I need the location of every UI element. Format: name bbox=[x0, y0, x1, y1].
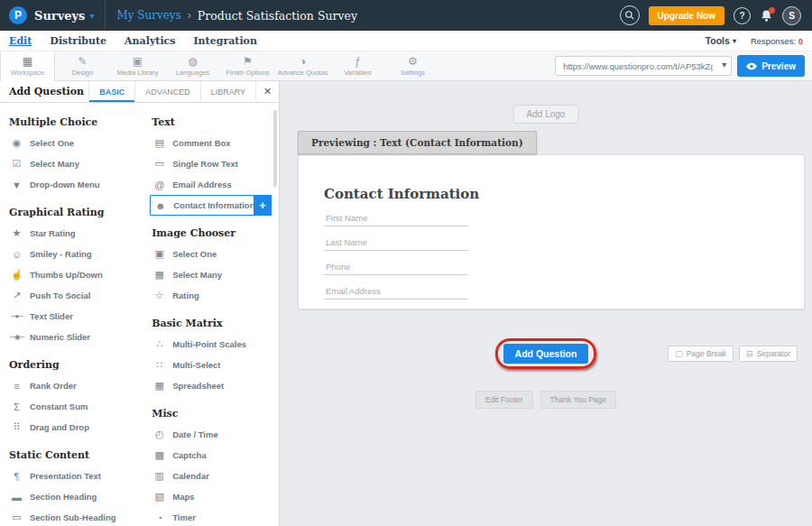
qtype-thumbs-up-down[interactable]: ☝ Thumbs Up/Down bbox=[7, 264, 150, 285]
qtype-image-select-many[interactable]: ▦ Select Many bbox=[150, 264, 272, 285]
phone-field[interactable] bbox=[324, 256, 468, 275]
qtype-constant-sum[interactable]: Σ Constant Sum bbox=[7, 396, 150, 417]
radio-icon: ◉ bbox=[10, 137, 23, 149]
single-row-icon: ▭ bbox=[152, 158, 166, 170]
qtype-label: Push To Social bbox=[30, 291, 90, 300]
upgrade-now-button[interactable]: Upgrade Now bbox=[649, 6, 724, 25]
qtype-calendar[interactable]: ▥ Calendar bbox=[150, 466, 272, 486]
toolbar-variables[interactable]: ƒ Variables bbox=[330, 51, 385, 81]
map-icon: ▧ bbox=[152, 491, 166, 503]
eye-icon bbox=[746, 62, 757, 70]
separator-button[interactable]: ⊟ Separator bbox=[739, 346, 798, 362]
qtype-section-heading[interactable]: ▬ Section Heading bbox=[7, 486, 150, 507]
toolbar-workspace[interactable]: ▦ Workspace bbox=[0, 51, 55, 81]
qtype-single-row-text[interactable]: ▭ Single Row Text bbox=[150, 153, 272, 174]
qtype-maps[interactable]: ▧ Maps bbox=[150, 486, 272, 507]
qtype-star-rating[interactable]: ★ Star Rating bbox=[7, 223, 150, 244]
survey-url-input[interactable] bbox=[555, 56, 732, 76]
search-button[interactable] bbox=[620, 5, 640, 25]
settings-gear-icon: ⚙ bbox=[408, 56, 418, 67]
qtype-numeric-slider[interactable]: ─◉─ Numeric Slider bbox=[7, 327, 150, 347]
qtype-contact-information-selected[interactable]: ☻ Contact Information + bbox=[150, 195, 272, 216]
qtype-drag-and-drop[interactable]: ⠿ Drag and Drop bbox=[7, 417, 150, 438]
toolbar-finish-options[interactable]: ⚑ Finish Options bbox=[220, 51, 275, 81]
qtype-select-many[interactable]: ☑ Select Many bbox=[7, 153, 150, 174]
add-contact-information-button[interactable]: + bbox=[254, 195, 272, 216]
sub-heading-icon: ▭ bbox=[10, 512, 23, 523]
breadcrumb-my-surveys[interactable]: My Surveys bbox=[116, 9, 180, 22]
user-avatar[interactable]: S bbox=[782, 6, 801, 25]
close-panel-button[interactable]: ✕ bbox=[255, 81, 279, 102]
notifications-button[interactable] bbox=[760, 9, 773, 23]
tab-distribute[interactable]: Distribute bbox=[41, 35, 115, 47]
qtype-label: Select One bbox=[30, 138, 74, 148]
toolbar-settings[interactable]: ⚙ Settings bbox=[385, 51, 440, 81]
toolbar-media-library[interactable]: ▣ Media Library bbox=[110, 51, 165, 81]
toolbar-languages[interactable]: ◍ Languages bbox=[165, 51, 220, 81]
responses-link[interactable]: Responses: 0 bbox=[751, 36, 803, 46]
tab-edit[interactable]: Edit bbox=[0, 35, 41, 47]
qtype-label: Timer bbox=[172, 512, 196, 522]
qtype-text-slider[interactable]: ─●─ Text Slider bbox=[7, 306, 150, 327]
tab-advanced[interactable]: ADVANCED bbox=[134, 81, 199, 102]
design-pen-icon: ✎ bbox=[78, 56, 87, 67]
qtype-label: Calendar bbox=[172, 471, 209, 481]
toolbar-label: Advance Quotas bbox=[278, 69, 328, 77]
qtype-email-address[interactable]: @ Email Address bbox=[150, 174, 272, 195]
qtype-label: Select Many bbox=[172, 270, 222, 280]
toolbar-label: Variables bbox=[344, 69, 372, 77]
toolbar-advance-quotas[interactable]: ◑ Advance Quotas bbox=[275, 51, 330, 81]
qtype-rank-order[interactable]: ≡ Rank Order bbox=[7, 375, 150, 396]
qtype-section-sub-heading[interactable]: ▭ Section Sub-Heading bbox=[7, 507, 150, 526]
qtype-image-rating[interactable]: ☆ Rating bbox=[150, 285, 272, 306]
thank-you-page-button[interactable]: Thank You Page bbox=[540, 391, 616, 409]
url-options-caret-icon[interactable]: ▾ bbox=[722, 60, 726, 69]
qtype-date-time[interactable]: ◴ Date / Time bbox=[150, 424, 272, 445]
qtype-push-to-social[interactable]: ↗ Push To Social bbox=[7, 285, 150, 306]
breadcrumb-separator: › bbox=[188, 9, 191, 22]
breadcrumb-current-survey: Product Satisfaction Survey bbox=[198, 9, 357, 23]
tab-library[interactable]: LIBRARY bbox=[200, 81, 255, 102]
qtype-label: Select One bbox=[172, 249, 217, 259]
edit-footer-button[interactable]: Edit Footer bbox=[475, 391, 533, 409]
qtype-spreadsheet[interactable]: ▦ Spreadsheet bbox=[150, 375, 272, 396]
qtype-dropdown-menu[interactable]: ▼ Drop-down Menu bbox=[7, 174, 150, 195]
comment-box-icon: ▤ bbox=[152, 137, 166, 149]
at-sign-icon: @ bbox=[152, 180, 166, 190]
qtype-select-one[interactable]: ◉ Select One bbox=[7, 133, 150, 153]
checkbox-icon: ☑ bbox=[10, 158, 23, 170]
smiley-icon: ☺ bbox=[10, 249, 23, 260]
sidebar-scrollbar[interactable] bbox=[273, 110, 277, 187]
qtype-timer[interactable]: ◔ Timer bbox=[150, 507, 272, 526]
qtype-captcha[interactable]: ▩ Captcha bbox=[150, 445, 272, 466]
toolbar-design[interactable]: ✎ Design bbox=[55, 51, 110, 81]
email-address-field[interactable] bbox=[324, 281, 468, 300]
help-button[interactable]: ? bbox=[734, 7, 751, 24]
qtype-comment-box[interactable]: ▤ Comment Box bbox=[150, 133, 272, 153]
add-question-button[interactable]: Add Question bbox=[503, 344, 589, 364]
page-break-button[interactable]: ▢ Page Break bbox=[668, 346, 734, 362]
preview-button[interactable]: Preview bbox=[737, 55, 805, 77]
last-name-field[interactable] bbox=[324, 232, 468, 251]
surveys-product-dropdown[interactable]: Surveys ▾ bbox=[34, 9, 94, 23]
toolbar-label: Finish Options bbox=[226, 69, 270, 77]
add-logo-button[interactable]: Add Logo bbox=[513, 105, 579, 124]
tab-integration[interactable]: Integration bbox=[184, 35, 265, 47]
advance-quotas-icon: ◑ bbox=[300, 56, 306, 67]
tab-basic[interactable]: BASIC bbox=[88, 81, 134, 102]
tab-analytics[interactable]: Analytics bbox=[115, 35, 184, 47]
add-question-highlight-ring: Add Question bbox=[495, 338, 597, 369]
qtype-multi-point-scales[interactable]: ∴ Multi-Point Scales bbox=[150, 334, 272, 355]
qtype-multi-select[interactable]: ∷ Multi-Select bbox=[150, 355, 272, 375]
tools-dropdown[interactable]: Tools ▾ bbox=[706, 35, 736, 46]
tools-label: Tools bbox=[706, 35, 730, 46]
qtype-image-select-one[interactable]: ▣ Select One bbox=[150, 244, 272, 264]
first-name-field[interactable] bbox=[324, 208, 468, 226]
qtype-presentation-text[interactable]: ¶ Presentation Text bbox=[7, 466, 150, 486]
qtype-label: Spreadsheet bbox=[172, 381, 224, 391]
questionpro-logo[interactable]: P bbox=[9, 6, 27, 24]
qtype-smiley-rating[interactable]: ☺ Smiley - Rating bbox=[7, 244, 150, 264]
image-checkbox-icon: ▦ bbox=[152, 269, 166, 281]
caret-down-icon: ▾ bbox=[733, 37, 736, 45]
toolbar-label: Workspace bbox=[11, 69, 44, 77]
